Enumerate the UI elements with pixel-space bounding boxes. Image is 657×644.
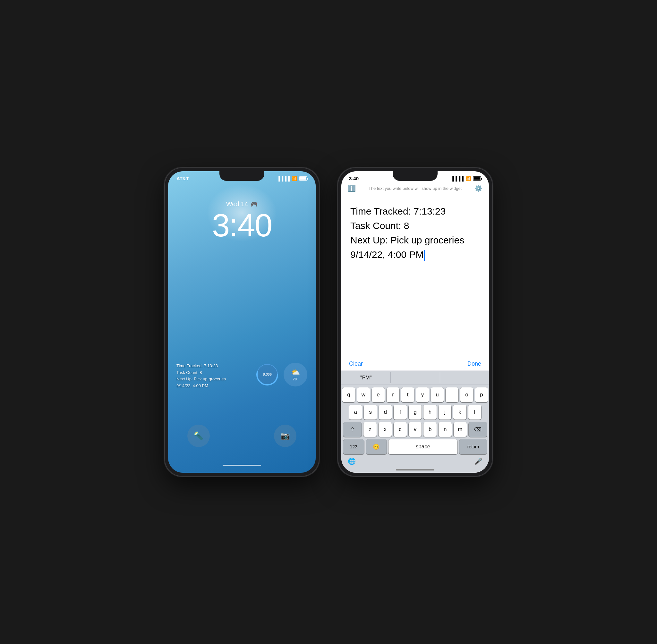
- keyboard: q w e r t y u i o p a s d f g: [341, 385, 489, 455]
- app-content-text: Time Tracked: 7:13:23 Task Count: 8 Next…: [350, 204, 480, 262]
- keyboard-row-3: ⇧ z x c v b n m ⌫: [343, 422, 487, 437]
- notch-right: [393, 171, 437, 181]
- lock-date: Wed 14 🎮: [168, 201, 316, 208]
- key-c[interactable]: c: [393, 422, 407, 437]
- lock-text-widget: Time Tracked: 7:13:23 Task Count: 8 Next…: [177, 363, 251, 389]
- key-s[interactable]: s: [364, 405, 377, 419]
- clear-button[interactable]: Clear: [349, 361, 363, 367]
- key-h[interactable]: h: [424, 405, 436, 419]
- key-q[interactable]: q: [342, 387, 355, 402]
- left-phone: AT&T ▐▐▐▐ 📶 Wed 14 🎮 3:40 Time Tracked:: [165, 168, 319, 476]
- key-e[interactable]: e: [372, 387, 385, 402]
- steps-widget: 8,306: [255, 363, 279, 387]
- wifi-icon: 📶: [292, 176, 297, 181]
- key-g[interactable]: g: [409, 405, 422, 419]
- power-button-right[interactable]: [338, 214, 339, 240]
- keyboard-row-1: q w e r t y u i o p: [343, 387, 487, 402]
- key-z[interactable]: z: [363, 422, 377, 437]
- key-p[interactable]: p: [475, 387, 488, 402]
- key-numbers[interactable]: 123: [343, 439, 364, 454]
- signal-icon-right: ▐▐▐▐: [451, 176, 463, 181]
- key-emoji[interactable]: 😊: [366, 439, 387, 454]
- widget-line1: Time Tracked: 7:13:23: [177, 363, 251, 369]
- key-f[interactable]: f: [393, 405, 406, 419]
- weather-temp: 79°: [293, 377, 298, 381]
- battery-icon-right: [473, 177, 481, 181]
- notch-left: [220, 171, 264, 181]
- signal-icon: ▐▐▐▐: [277, 176, 290, 181]
- keyboard-extras: 🌐 🎤: [341, 455, 489, 466]
- key-y[interactable]: y: [416, 387, 429, 402]
- volume-down-right[interactable]: [338, 197, 339, 214]
- globe-icon[interactable]: 🌐: [348, 457, 356, 465]
- key-o[interactable]: o: [460, 387, 473, 402]
- key-b[interactable]: b: [424, 422, 437, 437]
- key-w[interactable]: w: [357, 387, 370, 402]
- key-space[interactable]: space: [388, 439, 457, 454]
- weather-icon: ⛅: [291, 368, 300, 376]
- home-indicator-right: [396, 469, 434, 470]
- keyboard-row-2: a s d f g h j k l: [343, 405, 487, 419]
- key-return[interactable]: return: [459, 439, 487, 454]
- home-bar-right[interactable]: [341, 466, 489, 473]
- key-x[interactable]: x: [379, 422, 392, 437]
- key-a[interactable]: a: [349, 405, 362, 419]
- volume-down-button[interactable]: [165, 197, 166, 214]
- lock-time: 3:40: [168, 209, 316, 241]
- right-phone: 3:40 ▐▐▐▐ 📶 ℹ️ The text you write below …: [338, 168, 492, 476]
- key-k[interactable]: k: [453, 405, 466, 419]
- gamepad-icon: 🎮: [251, 201, 257, 208]
- silent-button[interactable]: [165, 168, 166, 179]
- mic-icon[interactable]: 🎤: [474, 457, 482, 465]
- widget-line3: Next Up: Pick up groceries: [177, 376, 251, 383]
- lock-bottom-actions: 🔦 📷: [168, 424, 316, 447]
- content-line3: Next Up: Pick up groceries: [350, 233, 480, 247]
- key-j[interactable]: j: [438, 405, 451, 419]
- camera-button[interactable]: 📷: [274, 424, 296, 447]
- key-t[interactable]: t: [401, 387, 414, 402]
- lock-status-icons: ▐▐▐▐ 📶: [277, 176, 307, 181]
- silent-button-right[interactable]: [338, 168, 339, 179]
- right-phone-screen: 3:40 ▐▐▐▐ 📶 ℹ️ The text you write below …: [341, 171, 489, 473]
- key-delete[interactable]: ⌫: [469, 422, 487, 437]
- battery-icon: [299, 177, 307, 181]
- key-r[interactable]: r: [387, 387, 400, 402]
- key-m[interactable]: m: [454, 422, 467, 437]
- key-u[interactable]: u: [431, 387, 444, 402]
- volume-up-right[interactable]: [338, 179, 339, 197]
- flashlight-button[interactable]: 🔦: [187, 424, 210, 447]
- gear-icon[interactable]: ⚙️: [474, 184, 482, 192]
- app-content-area[interactable]: Time Tracked: 7:13:23 Task Count: 8 Next…: [341, 195, 489, 357]
- home-indicator-left[interactable]: [223, 465, 261, 466]
- key-l[interactable]: l: [468, 405, 481, 419]
- weather-widget: ⛅ 79°: [284, 363, 307, 387]
- autocomplete-item-1[interactable]: "PM": [341, 371, 390, 385]
- key-d[interactable]: d: [379, 405, 392, 419]
- carrier-label: AT&T: [177, 176, 189, 181]
- key-v[interactable]: v: [409, 422, 422, 437]
- content-line2: Task Count: 8: [350, 218, 480, 233]
- info-icon: ℹ️: [348, 184, 356, 192]
- lockscreen: AT&T ▐▐▐▐ 📶 Wed 14 🎮 3:40 Time Tracked:: [168, 171, 316, 473]
- done-button[interactable]: Done: [468, 361, 481, 367]
- content-line4: 9/14/22, 4:00 PM: [350, 247, 480, 262]
- autocomplete-bar: "PM": [341, 371, 489, 385]
- autocomplete-item-2[interactable]: [390, 371, 439, 385]
- app-status-icons: ▐▐▐▐ 📶: [451, 176, 481, 181]
- wifi-icon-right: 📶: [466, 176, 471, 181]
- camera-icon: 📷: [280, 431, 290, 440]
- lock-widgets: Time Tracked: 7:13:23 Task Count: 8 Next…: [177, 363, 307, 389]
- key-n[interactable]: n: [438, 422, 452, 437]
- info-bar-text: The text you write below will show up in…: [356, 186, 474, 191]
- text-cursor: [424, 250, 425, 261]
- autocomplete-item-3[interactable]: [440, 371, 489, 385]
- app-time: 3:40: [349, 176, 359, 181]
- steps-count: 8,306: [263, 372, 272, 376]
- key-i[interactable]: i: [446, 387, 458, 402]
- volume-up-button[interactable]: [165, 179, 166, 197]
- content-line1: Time Tracked: 7:13:23: [350, 204, 480, 218]
- widget-line2: Task Count: 8: [177, 369, 251, 376]
- widget-line4: 9/14/22, 4:00 PM: [177, 383, 251, 389]
- key-shift[interactable]: ⇧: [343, 422, 362, 437]
- power-button[interactable]: [165, 214, 166, 240]
